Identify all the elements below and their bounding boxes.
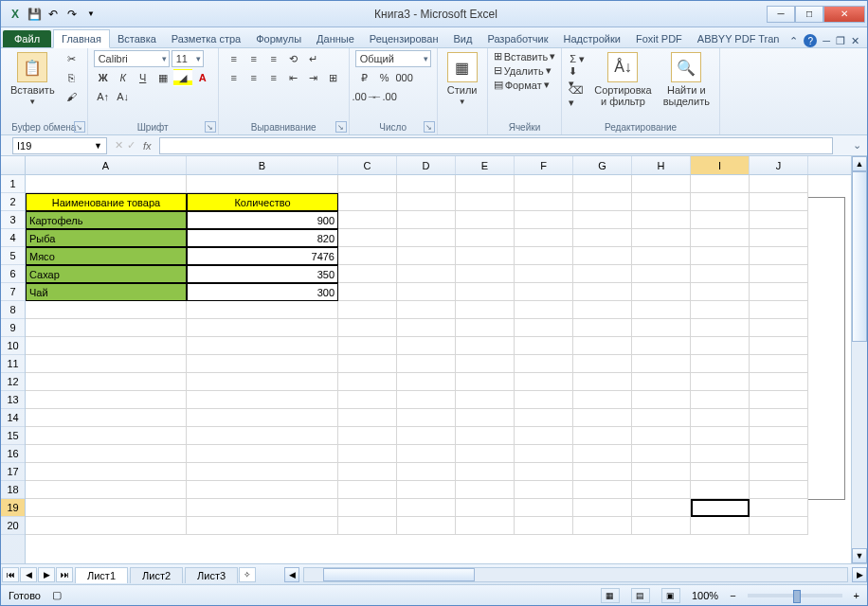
cell[interactable]: [515, 391, 573, 409]
pagelayout-view-icon[interactable]: ▤: [631, 588, 650, 603]
vertical-scrollbar[interactable]: ▲ ▼: [851, 156, 867, 563]
cell[interactable]: [750, 283, 808, 301]
name-box[interactable]: I19▼: [12, 137, 107, 154]
styles-button[interactable]: ▦ Стили ▼: [443, 50, 481, 108]
row-header[interactable]: 13: [1, 391, 25, 409]
new-sheet-icon[interactable]: ✧: [239, 567, 256, 582]
cell[interactable]: [187, 463, 338, 481]
cell[interactable]: [26, 319, 187, 337]
scroll-down-icon[interactable]: ▼: [852, 548, 867, 563]
column-header[interactable]: I: [691, 156, 750, 174]
hscroll-right-icon[interactable]: ▶: [852, 567, 867, 582]
cell[interactable]: [632, 499, 691, 517]
sheet-nav-last-icon[interactable]: ⏭: [56, 567, 73, 582]
cell[interactable]: [573, 355, 632, 373]
paste-button[interactable]: 📋 Вставить ▼: [7, 50, 59, 108]
increase-indent-icon[interactable]: ⇥: [304, 69, 323, 86]
cell[interactable]: [456, 283, 515, 301]
cell[interactable]: [515, 409, 573, 427]
align-right-icon[interactable]: ≡: [264, 69, 283, 86]
column-header[interactable]: G: [573, 156, 632, 174]
shrink-font-icon[interactable]: A↓: [114, 88, 133, 105]
sheet-tab[interactable]: Лист2: [130, 567, 183, 583]
cell[interactable]: [573, 445, 632, 463]
cell[interactable]: [750, 229, 808, 247]
cell[interactable]: [750, 463, 808, 481]
cell[interactable]: [632, 319, 691, 337]
cell[interactable]: 300: [187, 283, 338, 301]
minimize-button[interactable]: ─: [767, 6, 795, 23]
cell[interactable]: [338, 517, 397, 535]
cell[interactable]: [515, 193, 573, 211]
cell[interactable]: [750, 337, 808, 355]
cell[interactable]: [515, 211, 573, 229]
tab-foxit[interactable]: Foxit PDF: [628, 30, 690, 47]
cell[interactable]: [515, 463, 573, 481]
row-header[interactable]: 4: [1, 229, 25, 247]
cell[interactable]: [456, 499, 515, 517]
cell[interactable]: [26, 175, 187, 193]
doc-minimize-icon[interactable]: ─: [823, 35, 830, 46]
scroll-thumb[interactable]: [323, 568, 475, 581]
cell[interactable]: [515, 265, 573, 283]
cell[interactable]: [632, 301, 691, 319]
cell[interactable]: [397, 193, 456, 211]
scroll-up-icon[interactable]: ▲: [852, 156, 867, 171]
cell[interactable]: [515, 301, 573, 319]
row-header[interactable]: 20: [1, 517, 25, 535]
cell[interactable]: [397, 499, 456, 517]
cell[interactable]: [26, 337, 187, 355]
italic-icon[interactable]: К: [114, 69, 133, 86]
currency-icon[interactable]: ₽: [355, 69, 374, 86]
cell[interactable]: [456, 445, 515, 463]
cell[interactable]: [397, 373, 456, 391]
help-icon[interactable]: ?: [804, 34, 817, 47]
cell[interactable]: Наименование товара: [26, 193, 187, 211]
cell[interactable]: [691, 391, 750, 409]
column-header[interactable]: B: [187, 156, 338, 174]
cell[interactable]: Картофель: [26, 211, 187, 229]
cell[interactable]: [397, 283, 456, 301]
cell[interactable]: [397, 319, 456, 337]
comma-icon[interactable]: 000: [395, 69, 414, 86]
cell[interactable]: [26, 499, 187, 517]
cell[interactable]: [632, 193, 691, 211]
cell[interactable]: [573, 193, 632, 211]
cell[interactable]: [691, 211, 750, 229]
cell[interactable]: [397, 463, 456, 481]
cell[interactable]: [26, 427, 187, 445]
close-button[interactable]: ✕: [823, 6, 865, 23]
row-header[interactable]: 18: [1, 481, 25, 499]
column-header[interactable]: F: [515, 156, 573, 174]
zoom-slider[interactable]: [748, 594, 842, 597]
fill-color-icon[interactable]: ◢: [173, 69, 192, 86]
column-header[interactable]: C: [338, 156, 397, 174]
cell[interactable]: [573, 373, 632, 391]
cell[interactable]: [456, 193, 515, 211]
row-header[interactable]: 8: [1, 301, 25, 319]
cell[interactable]: [750, 445, 808, 463]
cell[interactable]: [456, 373, 515, 391]
cell[interactable]: [750, 175, 808, 193]
cell[interactable]: [338, 319, 397, 337]
cell[interactable]: [338, 427, 397, 445]
cell[interactable]: [691, 229, 750, 247]
cell[interactable]: [338, 481, 397, 499]
doc-restore-icon[interactable]: ❐: [836, 35, 845, 47]
cell[interactable]: [573, 499, 632, 517]
row-header[interactable]: 10: [1, 337, 25, 355]
cell[interactable]: [338, 283, 397, 301]
zoom-out-icon[interactable]: −: [730, 590, 735, 601]
cell[interactable]: [187, 445, 338, 463]
row-header[interactable]: 1: [1, 175, 25, 193]
row-header[interactable]: 14: [1, 409, 25, 427]
cell[interactable]: [397, 481, 456, 499]
cell[interactable]: [187, 301, 338, 319]
cell[interactable]: [691, 175, 750, 193]
row-header[interactable]: 15: [1, 427, 25, 445]
cell[interactable]: [573, 481, 632, 499]
cell[interactable]: [515, 337, 573, 355]
cell[interactable]: [187, 517, 338, 535]
tab-addins[interactable]: Надстройки: [556, 30, 628, 47]
cell[interactable]: [456, 481, 515, 499]
